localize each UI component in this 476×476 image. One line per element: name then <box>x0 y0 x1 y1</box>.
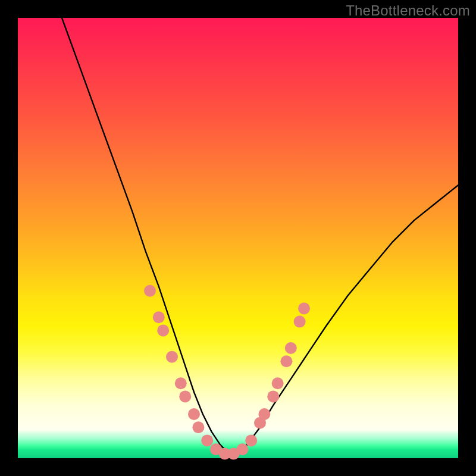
marker-dot <box>245 434 257 446</box>
marker-dot <box>144 285 156 297</box>
marker-dot <box>272 377 284 389</box>
marker-dot <box>285 342 297 354</box>
chart-frame: TheBottleneck.com <box>0 0 476 476</box>
marker-dot <box>258 408 270 420</box>
marker-dot <box>166 351 178 363</box>
marker-dot <box>153 311 165 323</box>
plot-area <box>18 18 458 458</box>
marker-dot <box>188 408 200 420</box>
marker-dot <box>192 421 204 433</box>
watermark-text: TheBottleneck.com <box>346 2 470 19</box>
marker-dots <box>144 285 310 460</box>
series-line <box>62 18 458 454</box>
marker-dot <box>157 324 169 336</box>
marker-dot <box>280 355 292 367</box>
marker-dot <box>175 377 187 389</box>
marker-dot <box>201 434 213 446</box>
marker-dot <box>294 316 306 328</box>
marker-dot <box>236 443 248 455</box>
marker-dot <box>267 390 279 402</box>
marker-dot <box>179 390 191 402</box>
curve-svg <box>18 18 458 458</box>
marker-dot <box>298 302 310 314</box>
